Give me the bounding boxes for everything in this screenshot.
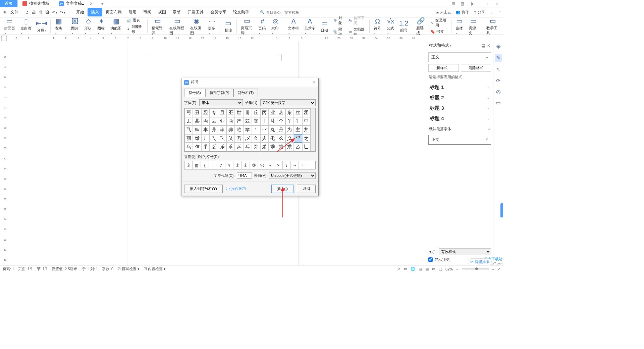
tab-home[interactable]: 首页 bbox=[0, 0, 18, 7]
char-cell[interactable]: 丯 bbox=[193, 126, 201, 134]
win-maximize-icon[interactable]: □ bbox=[487, 1, 491, 6]
show-select[interactable]: 有效样式 bbox=[439, 248, 491, 255]
win-grid-icon[interactable]: ▦ bbox=[460, 1, 465, 6]
char-cell[interactable]: 乓 bbox=[243, 143, 252, 151]
status-contentcheck[interactable]: ☑ 内容检查 ▾ bbox=[144, 266, 166, 271]
status-spellcheck[interactable]: ☑ 拼写检查 ▾ bbox=[117, 266, 140, 271]
char-grid-scrollbar[interactable] bbox=[311, 108, 315, 151]
charcode-input[interactable] bbox=[237, 172, 252, 179]
style-item-h1[interactable]: 标题 1↲ bbox=[428, 82, 491, 93]
rib-shape[interactable]: ◇形状 bbox=[82, 16, 94, 36]
rside-assistant-icon[interactable]: ◈ bbox=[496, 43, 500, 49]
mtab-insert[interactable]: 插入 bbox=[88, 8, 102, 16]
win-minimize-icon[interactable]: — bbox=[477, 1, 483, 6]
char-cell[interactable]: 乖 bbox=[269, 143, 277, 151]
recent-symbol[interactable]: { bbox=[201, 161, 209, 169]
rib-more[interactable]: ⋯更多 bbox=[206, 16, 218, 36]
char-cell[interactable]: 乏 bbox=[210, 143, 218, 151]
char-cell[interactable]: 个 bbox=[277, 117, 285, 126]
char-cell[interactable]: 丙 bbox=[260, 108, 269, 117]
dtab-symbolbar[interactable]: 符号栏(T) bbox=[233, 89, 258, 97]
dtab-symbols[interactable]: 符号(S) bbox=[184, 89, 205, 97]
char-cell[interactable]: 乆 bbox=[260, 134, 269, 143]
char-cell[interactable]: 丶 bbox=[252, 126, 260, 134]
rib-table[interactable]: ▦表格 bbox=[53, 16, 65, 36]
qa-redo-icon[interactable]: ↷▾ bbox=[59, 10, 66, 15]
rib-chart[interactable]: 📊图表 bbox=[125, 17, 145, 23]
char-cell[interactable]: 乊 bbox=[294, 134, 302, 143]
rside-select-icon[interactable]: ↖ bbox=[496, 66, 500, 73]
char-cell[interactable]: 乘 bbox=[285, 143, 294, 151]
rib-textbox[interactable]: A文本框 bbox=[286, 17, 301, 36]
rib-comment[interactable]: ▭批注 bbox=[222, 18, 234, 34]
search-input[interactable] bbox=[266, 10, 300, 14]
recent-symbol[interactable]: ¥ bbox=[225, 161, 233, 169]
rib-wordart[interactable]: A艺术字 bbox=[302, 17, 318, 36]
status-nosmoking-icon[interactable]: ⊘ bbox=[397, 267, 400, 271]
recent-symbol[interactable]: ② bbox=[242, 161, 250, 169]
char-cell[interactable]: 乀 bbox=[210, 134, 218, 143]
status-section[interactable]: 节: 1/1 bbox=[37, 266, 48, 271]
char-cell[interactable]: 串 bbox=[218, 126, 226, 134]
tab-close-icon[interactable]: ✕ bbox=[90, 1, 93, 6]
char-cell[interactable]: 临 bbox=[235, 126, 243, 134]
smart-layout-chip[interactable]: ⟳ 智能排版 bbox=[468, 258, 492, 265]
mtab-references[interactable]: 引用 bbox=[125, 8, 140, 16]
char-cell[interactable]: 乁 bbox=[218, 134, 226, 143]
subset-select[interactable]: CJK 统一汉字 bbox=[260, 99, 316, 106]
ruler-vertical[interactable]: 24681012141618202224262830323436384042 bbox=[0, 41, 10, 265]
recent-symbol[interactable]: № bbox=[258, 161, 266, 169]
rside-target-icon[interactable]: ◎ bbox=[496, 89, 501, 95]
mtab-review[interactable]: 审阅 bbox=[140, 8, 155, 16]
char-cell[interactable]: 丕 bbox=[226, 108, 235, 117]
char-cell[interactable]: 丮 bbox=[184, 126, 193, 134]
status-page[interactable]: 页面: 1/1 bbox=[18, 266, 33, 271]
recent-symbol[interactable]: × bbox=[274, 161, 282, 169]
char-cell[interactable]: 丱 bbox=[210, 126, 218, 134]
char-cell[interactable]: 丽 bbox=[184, 134, 193, 143]
rside-box-icon[interactable]: ▭ bbox=[496, 100, 501, 106]
char-cell[interactable]: 举 bbox=[193, 134, 201, 143]
recent-symbol[interactable] bbox=[307, 161, 315, 169]
char-cell[interactable]: 么 bbox=[277, 134, 285, 143]
char-cell[interactable]: 丣 bbox=[218, 117, 226, 126]
char-cell[interactable]: 主 bbox=[294, 126, 302, 134]
char-cell[interactable]: 丠 bbox=[193, 117, 201, 126]
char-cell[interactable]: 丝 bbox=[294, 108, 302, 117]
char-cell[interactable]: 両 bbox=[201, 117, 210, 126]
win-close-icon[interactable]: ✕ bbox=[494, 1, 500, 6]
char-cell[interactable]: 並 bbox=[243, 117, 252, 126]
dtab-special[interactable]: 特殊字符(P) bbox=[205, 89, 234, 97]
insert-to-bar-button[interactable]: 插入到符号栏(Y) bbox=[184, 185, 223, 193]
rib-mindmap[interactable]: ◉在线脑图 bbox=[188, 16, 205, 36]
font-select[interactable]: 宋体 bbox=[199, 99, 243, 106]
recent-symbol[interactable]: ↓ bbox=[283, 161, 291, 169]
char-cell[interactable]: 乕 bbox=[260, 143, 269, 151]
qa-new-icon[interactable]: 🗋 bbox=[24, 10, 30, 15]
rib-form[interactable]: ▭窗体 bbox=[453, 16, 466, 36]
rside-styles-icon[interactable]: ✎ bbox=[495, 54, 502, 62]
char-cell[interactable]: 丩 bbox=[269, 117, 277, 126]
char-cell[interactable]: 乑 bbox=[226, 143, 235, 151]
rib-bookmark[interactable]: 🔖书签 bbox=[429, 29, 449, 35]
char-cell[interactable]: 丟 bbox=[184, 117, 193, 126]
file-menu[interactable]: 文件 bbox=[8, 9, 21, 15]
clear-format-button[interactable]: 清除格式 bbox=[461, 64, 491, 72]
tab-document[interactable]: W文字文稿1✕ bbox=[54, 0, 98, 7]
tab-template[interactable]: 找稻壳模板 bbox=[18, 0, 54, 7]
status-wordcount[interactable]: 字数: 0 bbox=[102, 266, 113, 271]
char-cell[interactable]: 乂 bbox=[226, 134, 235, 143]
command-search[interactable]: 🔍 bbox=[260, 10, 300, 14]
rib-funcchart[interactable]: ▦功能图 bbox=[108, 16, 124, 36]
char-cell[interactable]: 丑 bbox=[193, 108, 201, 117]
char-cell[interactable]: 乇 bbox=[269, 134, 277, 143]
char-cell[interactable]: 乎 bbox=[201, 143, 210, 151]
recent-symbol[interactable]: √ bbox=[266, 161, 274, 169]
char-cell[interactable]: 丧 bbox=[252, 117, 260, 126]
char-cell[interactable]: 乐 bbox=[218, 143, 226, 151]
char-cell[interactable]: 丏 bbox=[184, 108, 193, 117]
rib-pagebreak[interactable]: ⇤⇥分页 bbox=[35, 18, 48, 34]
style-item-h3[interactable]: 标题 3↲ bbox=[428, 103, 491, 113]
char-cell[interactable]: 乗 bbox=[277, 143, 285, 151]
default-para-font[interactable]: 默认段落字体a bbox=[426, 124, 493, 134]
